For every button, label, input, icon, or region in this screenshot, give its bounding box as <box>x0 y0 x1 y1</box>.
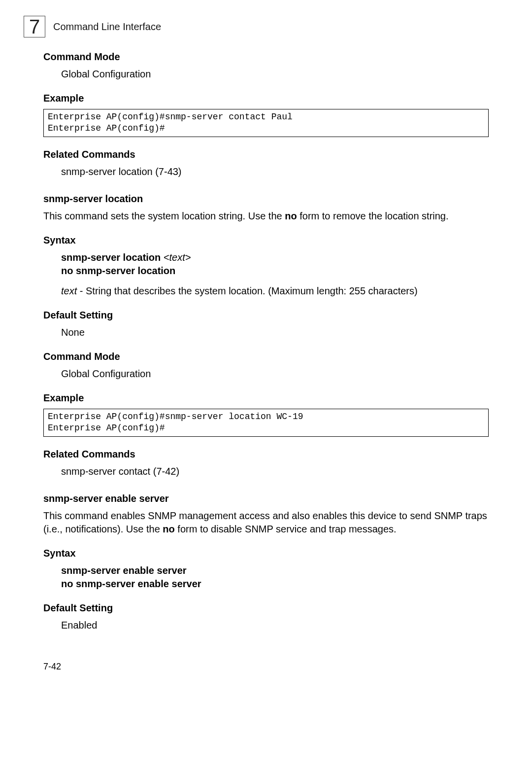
example-heading: Example <box>43 392 489 404</box>
syntax-block: snmp-server enable server no snmp-server… <box>61 564 489 591</box>
desc-text: form to disable SNMP service and trap me… <box>175 524 397 534</box>
syntax-heading: Syntax <box>43 235 489 246</box>
desc-text: This command sets the system location st… <box>43 211 285 221</box>
command-mode-heading: Command Mode <box>43 351 489 362</box>
default-setting-heading: Default Setting <box>43 602 489 614</box>
command-title: snmp-server enable server <box>43 493 489 504</box>
command-mode-value: Global Configuration <box>61 68 489 81</box>
header-title: Command Line Interface <box>53 21 161 33</box>
syntax-cmd: snmp-server location <box>61 252 164 263</box>
related-commands-value: snmp-server contact (7-42) <box>61 465 489 478</box>
example-code-block: Enterprise AP(config)#snmp-server locati… <box>43 409 489 437</box>
related-commands-heading: Related Commands <box>43 449 489 460</box>
document-page: 7 Command Line Interface Command Mode Gl… <box>0 0 532 702</box>
command-description: This command sets the system location st… <box>43 210 489 223</box>
param-description: text - String that describes the system … <box>61 284 489 298</box>
command-mode-value: Global Configuration <box>61 367 489 381</box>
example-heading: Example <box>43 93 489 104</box>
desc-bold: no <box>285 211 297 221</box>
syntax-line: no snmp-server enable server <box>61 577 489 591</box>
command-title: snmp-server location <box>43 193 489 205</box>
syntax-line: snmp-server enable server <box>61 564 489 577</box>
syntax-block: snmp-server location <text> no snmp-serv… <box>61 251 489 278</box>
default-setting-value: Enabled <box>61 619 489 632</box>
syntax-heading: Syntax <box>43 548 489 559</box>
default-setting-heading: Default Setting <box>43 310 489 321</box>
desc-bold: no <box>163 524 174 534</box>
page-header: 7 Command Line Interface <box>43 16 489 37</box>
page-number: 7-42 <box>43 662 489 672</box>
syntax-line: no snmp-server location <box>61 264 489 278</box>
command-description: This command enables SNMP management acc… <box>43 509 489 536</box>
syntax-line: snmp-server location <text> <box>61 251 489 264</box>
example-code-block: Enterprise AP(config)#snmp-server contac… <box>43 109 489 137</box>
related-commands-heading: Related Commands <box>43 149 489 160</box>
related-commands-value: snmp-server location (7-43) <box>61 165 489 178</box>
param-label: text <box>61 285 77 296</box>
command-mode-heading: Command Mode <box>43 51 489 63</box>
desc-text: form to remove the location string. <box>297 211 449 221</box>
param-text: - String that describes the system locat… <box>77 285 417 296</box>
chapter-number-box: 7 <box>24 16 45 37</box>
syntax-arg: <text> <box>164 252 191 263</box>
default-setting-value: None <box>61 326 489 339</box>
chapter-number: 7 <box>29 17 40 36</box>
